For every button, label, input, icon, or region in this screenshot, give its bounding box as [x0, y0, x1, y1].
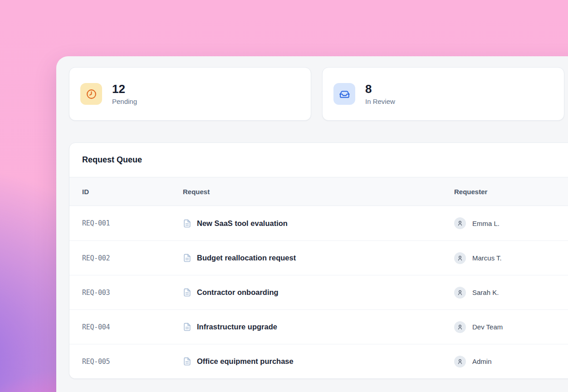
table-row[interactable]: REQ-004 Infrastructure upgrade Dev Team	[69, 309, 568, 344]
request-id: REQ-002	[82, 254, 183, 262]
stat-value: 12	[112, 83, 137, 96]
table-row[interactable]: REQ-003 Contractor onboarding Sarah K.	[69, 275, 568, 309]
document-icon	[183, 323, 191, 331]
request-title: New SaaS tool evaluation	[197, 219, 288, 228]
document-icon	[183, 288, 191, 297]
dashboard-panel: 12 Pending 8 In Review Request Queue ID …	[56, 56, 568, 392]
document-icon	[183, 219, 191, 228]
requester-cell: Dev Team	[454, 321, 568, 333]
request-cell: Office equipment purchase	[183, 357, 454, 366]
stat-text: 12 Pending	[112, 83, 137, 105]
requester-cell: Admin	[454, 356, 568, 368]
request-cell: Infrastructure upgrade	[183, 323, 454, 331]
avatar	[454, 287, 466, 299]
requester-cell: Emma L.	[454, 217, 568, 229]
document-icon	[183, 357, 191, 366]
request-id: REQ-001	[82, 219, 183, 227]
requester-name: Dev Team	[472, 323, 503, 331]
request-title: Office equipment purchase	[197, 357, 294, 366]
stat-label: In Review	[365, 98, 395, 105]
request-title: Contractor onboarding	[197, 288, 279, 297]
table-title-bar: Request Queue	[69, 143, 568, 177]
request-cell: Budget reallocation request	[183, 254, 454, 262]
requester-name: Sarah K.	[472, 289, 499, 296]
requester-name: Admin	[472, 358, 492, 365]
stat-card-pending[interactable]: 12 Pending	[69, 67, 311, 121]
table-row[interactable]: REQ-005 Office equipment purchase Admin	[69, 344, 568, 378]
requester-name: Emma L.	[472, 220, 499, 227]
column-header-requester: Requester	[454, 188, 568, 196]
table-row[interactable]: REQ-002 Budget reallocation request Marc…	[69, 240, 568, 275]
request-cell: New SaaS tool evaluation	[183, 219, 454, 228]
request-queue-card: Request Queue ID Request Requester REQ-0…	[69, 142, 568, 379]
stats-row: 12 Pending 8 In Review	[69, 67, 568, 121]
avatar	[454, 252, 466, 264]
avatar	[454, 356, 466, 368]
request-cell: Contractor onboarding	[183, 288, 454, 297]
table-row[interactable]: REQ-001 New SaaS tool evaluation Emma L.	[69, 206, 568, 240]
stat-label: Pending	[112, 98, 137, 105]
stat-card-in-review[interactable]: 8 In Review	[322, 67, 564, 121]
request-id: REQ-005	[82, 358, 183, 366]
document-icon	[183, 254, 191, 262]
request-id: REQ-003	[82, 289, 183, 297]
stat-text: 8 In Review	[365, 83, 395, 105]
requester-name: Marcus T.	[472, 254, 502, 262]
table-header-row: ID Request Requester	[69, 177, 568, 206]
column-header-id: ID	[82, 188, 183, 196]
request-title: Budget reallocation request	[197, 254, 296, 262]
requester-cell: Marcus T.	[454, 252, 568, 264]
inbox-icon	[333, 83, 355, 105]
table-title: Request Queue	[82, 155, 568, 165]
stat-value: 8	[365, 83, 395, 96]
avatar	[454, 321, 466, 333]
avatar	[454, 217, 466, 229]
column-header-request: Request	[183, 188, 454, 196]
request-title: Infrastructure upgrade	[197, 323, 277, 331]
clock-icon	[80, 83, 102, 105]
request-id: REQ-004	[82, 323, 183, 331]
requester-cell: Sarah K.	[454, 287, 568, 299]
